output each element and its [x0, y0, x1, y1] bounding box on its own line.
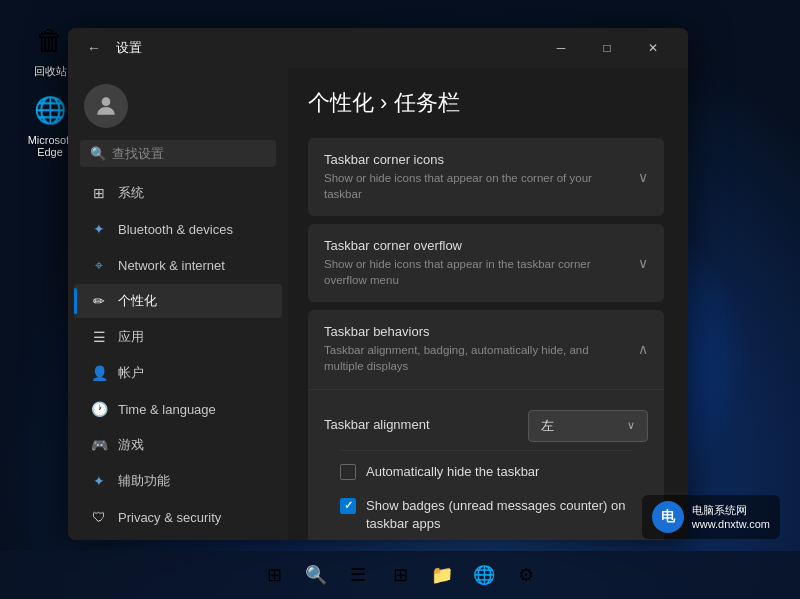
- taskbar-start[interactable]: ⊞: [256, 557, 292, 593]
- sidebar-item-windows-update[interactable]: ⟳ Windows Update: [74, 536, 282, 540]
- taskbar-corner-overflow-card: Taskbar corner overflow Show or hide ico…: [308, 224, 664, 302]
- recycle-bin-icon: 🗑: [30, 20, 70, 60]
- watermark-text: 电脑系统网 www.dnxtw.com: [692, 503, 770, 532]
- sidebar-item-system-label: 系统: [118, 184, 144, 202]
- sidebar-item-gaming-label: 游戏: [118, 436, 144, 454]
- taskbar-taskview[interactable]: ☰: [340, 557, 376, 593]
- sidebar-item-privacy-label: Privacy & security: [118, 510, 221, 525]
- window-body: 🔍 ⊞ 系统 ✦ Bluetooth & devices ⌖ Network &…: [68, 68, 688, 540]
- recycle-bin-label: 回收站: [34, 64, 67, 79]
- chevron-up-icon: ∧: [638, 341, 648, 357]
- show-badges-row[interactable]: Show badges (unread messages counter) on…: [324, 489, 648, 540]
- sidebar-item-time-label: Time & language: [118, 402, 216, 417]
- gaming-icon: 🎮: [90, 436, 108, 454]
- sidebar-item-bluetooth-label: Bluetooth & devices: [118, 222, 233, 237]
- settings-window: ← 设置 ─ □ ✕: [68, 28, 688, 540]
- search-icon: 🔍: [90, 146, 106, 161]
- sidebar-item-accounts-label: 帐户: [118, 364, 144, 382]
- sidebar-item-personalization[interactable]: ✏ 个性化: [74, 284, 282, 318]
- watermark: 电 电脑系统网 www.dnxtw.com: [642, 495, 780, 539]
- back-button[interactable]: ←: [80, 34, 108, 62]
- sidebar-item-privacy[interactable]: 🛡 Privacy & security: [74, 500, 282, 534]
- alignment-value: 左: [541, 417, 554, 435]
- auto-hide-label: Automatically hide the taskbar: [366, 463, 539, 481]
- sidebar-item-system[interactable]: ⊞ 系统: [74, 176, 282, 210]
- sidebar-item-personalization-label: 个性化: [118, 292, 157, 310]
- show-badges-label: Show badges (unread messages counter) on…: [366, 497, 632, 533]
- taskbar-corner-overflow-label: Taskbar corner overflow: [324, 238, 626, 253]
- bluetooth-icon: ✦: [90, 220, 108, 238]
- dropdown-arrow-icon: ∨: [627, 419, 635, 432]
- page-title: 个性化 › 任务栏: [308, 88, 664, 118]
- window-title: 设置: [116, 39, 142, 57]
- watermark-line1: 电脑系统网: [692, 503, 770, 517]
- taskbar-corner-overflow-row[interactable]: Taskbar corner overflow Show or hide ico…: [308, 224, 664, 302]
- alignment-row: Taskbar alignment 左 ∨: [324, 402, 648, 450]
- sidebar-item-network-label: Network & internet: [118, 258, 225, 273]
- taskbar-widgets[interactable]: ⊞: [382, 557, 418, 593]
- personalization-icon: ✏: [90, 292, 108, 310]
- taskbar-behaviors-info: Taskbar behaviors Taskbar alignment, bad…: [324, 324, 626, 374]
- auto-hide-row[interactable]: Automatically hide the taskbar: [324, 455, 648, 489]
- maximize-button[interactable]: □: [584, 32, 630, 64]
- alignment-label: Taskbar alignment: [324, 417, 516, 432]
- sidebar-item-network[interactable]: ⌖ Network & internet: [74, 248, 282, 282]
- svg-point-0: [102, 97, 111, 106]
- taskbar-settings[interactable]: ⚙: [508, 557, 544, 593]
- taskbar: ⊞ 🔍 ☰ ⊞ 📁 🌐 ⚙: [0, 551, 800, 599]
- taskbar-behaviors-desc: Taskbar alignment, badging, automaticall…: [324, 342, 626, 374]
- sidebar: 🔍 ⊞ 系统 ✦ Bluetooth & devices ⌖ Network &…: [68, 68, 288, 540]
- divider-1: [340, 450, 632, 451]
- edge-label: Microsoft Edge: [28, 134, 73, 158]
- chevron-down-icon-2: ∨: [638, 255, 648, 271]
- title-bar: ← 设置 ─ □ ✕: [68, 28, 688, 68]
- user-area: [68, 68, 288, 140]
- taskbar-search[interactable]: 🔍: [298, 557, 334, 593]
- sidebar-item-apps-label: 应用: [118, 328, 144, 346]
- time-icon: 🕐: [90, 400, 108, 418]
- minimize-button[interactable]: ─: [538, 32, 584, 64]
- page-header: 个性化 › 任务栏: [308, 88, 664, 118]
- watermark-line2: www.dnxtw.com: [692, 517, 770, 531]
- sidebar-item-accessibility-label: 辅助功能: [118, 472, 170, 490]
- system-icon: ⊞: [90, 184, 108, 202]
- avatar: [84, 84, 128, 128]
- taskbar-corner-icons-card: Taskbar corner icons Show or hide icons …: [308, 138, 664, 216]
- taskbar-corner-icons-row[interactable]: Taskbar corner icons Show or hide icons …: [308, 138, 664, 216]
- sidebar-item-apps[interactable]: ☰ 应用: [74, 320, 282, 354]
- network-icon: ⌖: [90, 256, 108, 274]
- taskbar-corner-icons-info: Taskbar corner icons Show or hide icons …: [324, 152, 626, 202]
- apps-icon: ☰: [90, 328, 108, 346]
- taskbar-corner-overflow-desc: Show or hide icons that appear in the ta…: [324, 256, 626, 288]
- sidebar-item-time[interactable]: 🕐 Time & language: [74, 392, 282, 426]
- taskbar-edge[interactable]: 🌐: [466, 557, 502, 593]
- taskbar-file-explorer[interactable]: 📁: [424, 557, 460, 593]
- taskbar-behaviors-card: Taskbar behaviors Taskbar alignment, bad…: [308, 310, 664, 540]
- chevron-down-icon: ∨: [638, 169, 648, 185]
- taskbar-behaviors-row[interactable]: Taskbar behaviors Taskbar alignment, bad…: [308, 310, 664, 388]
- close-button[interactable]: ✕: [630, 32, 676, 64]
- sidebar-item-accessibility[interactable]: ✦ 辅助功能: [74, 464, 282, 498]
- taskbar-behaviors-expanded: Taskbar alignment 左 ∨ Automatically hide…: [308, 389, 664, 540]
- main-content: 个性化 › 任务栏 Taskbar corner icons Show or h…: [288, 68, 688, 540]
- sidebar-item-accounts[interactable]: 👤 帐户: [74, 356, 282, 390]
- taskbar-corner-overflow-info: Taskbar corner overflow Show or hide ico…: [324, 238, 626, 288]
- window-controls: ─ □ ✕: [538, 32, 676, 64]
- show-badges-checkbox[interactable]: [340, 498, 356, 514]
- watermark-logo: 电: [652, 501, 684, 533]
- taskbar-corner-icons-desc: Show or hide icons that appear on the co…: [324, 170, 626, 202]
- accessibility-icon: ✦: [90, 472, 108, 490]
- search-box[interactable]: 🔍: [80, 140, 276, 167]
- accounts-icon: 👤: [90, 364, 108, 382]
- desktop: 🗑 回收站 🌐 Microsoft Edge ← 设置 ─ □ ✕: [0, 0, 800, 599]
- sidebar-item-gaming[interactable]: 🎮 游戏: [74, 428, 282, 462]
- search-input[interactable]: [112, 146, 266, 161]
- taskbar-corner-icons-label: Taskbar corner icons: [324, 152, 626, 167]
- edge-icon: 🌐: [30, 90, 70, 130]
- privacy-icon: 🛡: [90, 508, 108, 526]
- sidebar-item-bluetooth[interactable]: ✦ Bluetooth & devices: [74, 212, 282, 246]
- taskbar-behaviors-label: Taskbar behaviors: [324, 324, 626, 339]
- auto-hide-checkbox[interactable]: [340, 464, 356, 480]
- alignment-dropdown[interactable]: 左 ∨: [528, 410, 648, 442]
